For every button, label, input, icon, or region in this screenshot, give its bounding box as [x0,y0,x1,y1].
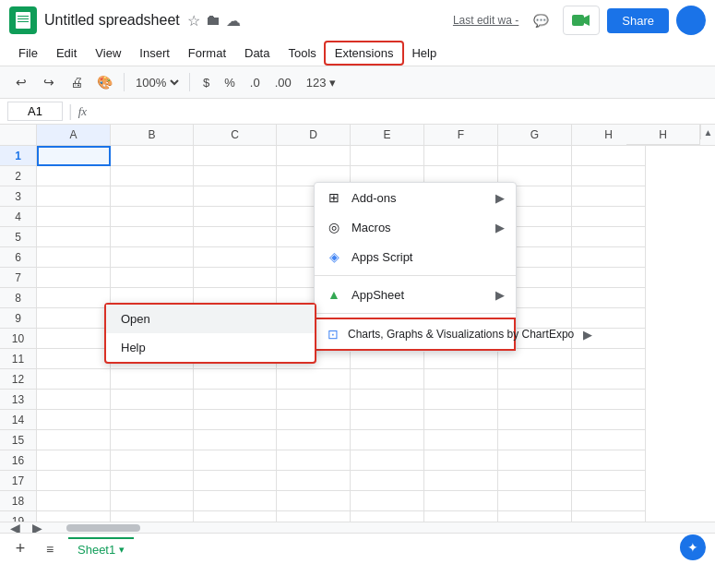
open-help-dropdown: Open Help [104,303,316,364]
cell-a2[interactable] [37,166,111,186]
chartexpo-arrow: ▶ [583,328,592,342]
cell-b2[interactable] [111,166,194,186]
h-scroll-thumb[interactable] [66,524,140,532]
menu-data[interactable]: Data [235,42,279,64]
cell-d1[interactable] [277,146,351,166]
table-row: 19 [0,511,715,522]
col-header-d[interactable]: D [277,125,351,145]
appsheet-icon: ▲ [326,287,342,302]
decimal-increase-button[interactable]: .00 [269,74,297,91]
dropdown-sep-2 [315,313,516,314]
menu-help[interactable]: Help [402,42,446,64]
extensions-appsscript-item[interactable]: ◈ Apps Script [315,242,516,271]
last-edit-text[interactable]: Last edit wa - [453,14,518,27]
top-right-actions: 💬 Share [526,6,706,35]
star-icon[interactable]: ☆ [187,12,200,30]
svg-rect-0 [572,15,584,26]
paint-format-button[interactable]: 🎨 [92,70,116,94]
cell-c2[interactable] [194,166,277,186]
table-row: 16 [0,450,715,471]
decimal-decrease-button[interactable]: .0 [244,74,266,91]
help-label: Help [121,341,146,354]
scroll-up-button[interactable]: ▲ [700,125,715,139]
user-avatar[interactable] [676,6,706,35]
sheet-area: A B C D E F G H 1 2 3 4 5 6 7 8 9 10 11 [0,125,715,522]
col-header-c[interactable]: C [194,125,277,145]
menu-view[interactable]: View [86,42,130,64]
open-item[interactable]: Open [106,305,315,333]
currency-button[interactable]: $ [197,74,215,91]
meet-icon [572,14,590,27]
table-row: 15 [0,430,715,450]
svg-marker-1 [584,15,590,26]
toolbar: ↩ ↪ 🖨 🎨 100% $ % .0 .00 123 ▾ [0,66,715,99]
meet-button[interactable] [563,6,600,35]
extensions-addons-item[interactable]: ⊞ Add-ons ▶ [315,183,516,212]
sheet1-tab[interactable]: Sheet1 ▾ [68,537,134,560]
col-header-f[interactable]: F [424,125,498,145]
formula-bar: | fx [0,99,715,125]
undo-button[interactable]: ↩ [9,70,33,94]
toolbar-sep-2 [189,73,190,91]
bottom-bar: + ≡ Sheet1 ▾ ✦ [0,533,715,564]
col-header-b[interactable]: B [111,125,194,145]
cell-b1[interactable] [111,146,194,166]
cell-f1[interactable] [424,146,498,166]
col-header-e[interactable]: E [351,125,424,145]
row-num-header [0,125,37,145]
appsheet-label: AppSheet [352,288,404,302]
redo-button[interactable]: ↪ [37,70,61,94]
appsheet-arrow: ▶ [495,288,505,302]
col-header-a[interactable]: A [37,125,111,145]
column-headers: A B C D E F G H [0,125,715,146]
open-label: Open [121,312,150,326]
macros-arrow: ▶ [495,221,505,234]
help-item[interactable]: Help [106,333,315,362]
cloud-icon[interactable]: ☁ [226,12,241,30]
extensions-chartexpo-item[interactable]: ⊡ Charts, Graphs & Visualizations by Cha… [315,318,516,351]
extensions-dropdown: ⊞ Add-ons ▶ ◎ Macros ▶ ◈ Apps Script ▲ A… [314,182,517,352]
print-button[interactable]: 🖨 [65,70,89,94]
spreadsheet-title[interactable]: Untitled spreadsheet [44,12,180,29]
cell-e1[interactable] [351,146,424,166]
table-row: 12 [0,369,715,390]
table-row: 18 [0,491,715,511]
sheet1-dropdown-arrow: ▾ [119,544,125,556]
menu-insert[interactable]: Insert [130,42,179,64]
h-scroll: ◀ ▶ [0,522,715,533]
row-num-1: 1 [0,146,37,166]
cell-g1[interactable] [498,146,572,166]
chartexpo-label: Charts, Graphs & Visualizations by Chart… [348,328,574,341]
top-bar: Untitled spreadsheet ☆ 🖿 ☁ Last edit wa … [0,0,715,41]
extensions-macros-item[interactable]: ◎ Macros ▶ [315,212,516,242]
cell-a1[interactable] [37,146,111,166]
menu-format[interactable]: Format [179,42,235,64]
fx-icon: fx [78,104,87,119]
share-button[interactable]: Share [607,8,669,33]
col-header-h-right: H [626,125,700,145]
formula-separator: | [68,102,73,121]
add-sheet-button[interactable]: + [9,538,31,560]
google-sheets-logo [9,6,37,34]
menu-edit[interactable]: Edit [47,42,86,64]
toolbar-sep-1 [124,73,125,91]
cell-c1[interactable] [194,146,277,166]
addons-label: Add-ons [352,191,396,205]
sheets-menu-button[interactable]: ≡ [39,538,61,560]
zoom-select[interactable]: 100% [132,75,182,90]
table-row: 14 [0,410,715,430]
percent-button[interactable]: % [219,74,241,91]
extensions-appsheet-item[interactable]: ▲ AppSheet ▶ [315,280,516,309]
comment-button[interactable]: 💬 [526,6,555,35]
cell-reference-input[interactable] [7,102,63,121]
formula-input[interactable] [92,102,708,120]
addons-arrow: ▶ [495,191,505,205]
explore-button[interactable]: ✦ [680,534,706,560]
folder-icon[interactable]: 🖿 [206,12,220,29]
col-header-g[interactable]: G [498,125,572,145]
menu-tools[interactable]: Tools [279,42,325,64]
number-format-button[interactable]: 123 ▾ [301,74,341,91]
cell-h1[interactable] [572,146,646,166]
menu-file[interactable]: File [9,42,47,64]
menu-extensions[interactable]: Extensions [326,42,403,64]
